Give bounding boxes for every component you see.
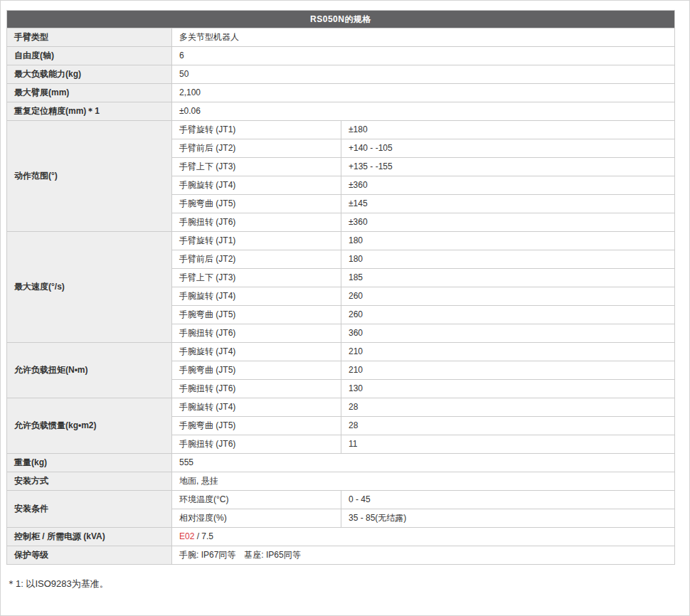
value-max-payload: 50 bbox=[172, 65, 675, 84]
joint-motion-range-jt6: 手腕扭转 (JT6) bbox=[172, 213, 341, 232]
label-max-reach: 最大臂展(mm) bbox=[7, 84, 172, 102]
label-mass: 重量(kg) bbox=[7, 454, 172, 472]
value-max-reach: 2,100 bbox=[172, 84, 675, 102]
row-mounting: 安装方式 地面, 悬挂 bbox=[7, 472, 675, 491]
sub-install-temperature: 环境温度(°C) bbox=[172, 491, 341, 509]
value-mounting: 地面, 悬挂 bbox=[172, 472, 675, 491]
value-max-speed-jt6: 360 bbox=[341, 324, 675, 343]
label-mounting: 安装方式 bbox=[7, 472, 172, 491]
value-motion-range-jt5: ±145 bbox=[341, 195, 675, 213]
row-repeatability: 重复定位精度(mm)＊1 ±0.06 bbox=[7, 102, 675, 121]
value-arm-type: 多关节型机器人 bbox=[172, 28, 675, 47]
value-motion-range-jt4: ±360 bbox=[341, 176, 675, 195]
label-load-inertia: 允许负载惯量(kg•m2) bbox=[7, 398, 172, 454]
value-motion-range-jt1: ±180 bbox=[341, 121, 675, 139]
joint-load-torque-jt5: 手腕弯曲 (JT5) bbox=[172, 361, 341, 380]
row-max-speed-jt1: 最大速度(°/s) 手臂旋转 (JT1) 180 bbox=[7, 232, 675, 250]
row-load-inertia-jt4: 允许负载惯量(kg•m2) 手腕旋转 (JT4) 28 bbox=[7, 398, 675, 417]
joint-max-speed-jt3: 手臂上下 (JT3) bbox=[172, 269, 341, 287]
label-controller-power: 控制柜 / 所需电源 (kVA) bbox=[7, 528, 172, 546]
row-mass: 重量(kg) 555 bbox=[7, 454, 675, 472]
value-dof: 6 bbox=[172, 47, 675, 65]
value-motion-range-jt6: ±360 bbox=[341, 213, 675, 232]
value-motion-range-jt2: +140 - -105 bbox=[341, 139, 675, 158]
row-dof: 自由度(轴) 6 bbox=[7, 47, 675, 65]
sub-install-humidity: 相对湿度(%) bbox=[172, 509, 341, 528]
value-max-speed-jt4: 260 bbox=[341, 287, 675, 306]
value-load-inertia-jt5: 28 bbox=[341, 417, 675, 435]
row-max-reach: 最大臂展(mm) 2,100 bbox=[7, 84, 675, 102]
value-load-torque-jt4: 210 bbox=[341, 343, 675, 361]
label-load-torque: 允许负载扭矩(N•m) bbox=[7, 343, 172, 398]
label-dof: 自由度(轴) bbox=[7, 47, 172, 65]
value-max-speed-jt2: 180 bbox=[341, 250, 675, 269]
table-title-row: RS050N的规格 bbox=[7, 11, 675, 28]
power-value: / 7.5 bbox=[194, 531, 213, 541]
row-controller-power: 控制柜 / 所需电源 (kVA) E02 / 7.5 bbox=[7, 528, 675, 546]
value-repeatability: ±0.06 bbox=[172, 102, 675, 121]
joint-motion-range-jt5: 手腕弯曲 (JT5) bbox=[172, 195, 341, 213]
label-arm-type: 手臂类型 bbox=[7, 28, 172, 47]
value-motion-range-jt3: +135 - -155 bbox=[341, 158, 675, 176]
row-protection: 保护等级 手腕: IP67同等 基座: IP65同等 bbox=[7, 546, 675, 565]
value-install-humidity: 35 - 85(无结露) bbox=[341, 509, 675, 528]
joint-max-speed-jt6: 手腕扭转 (JT6) bbox=[172, 324, 341, 343]
spec-table: RS050N的规格 手臂类型 多关节型机器人 自由度(轴) 6 最大负载能力(k… bbox=[6, 10, 675, 565]
value-max-speed-jt1: 180 bbox=[341, 232, 675, 250]
value-mass: 555 bbox=[172, 454, 675, 472]
joint-motion-range-jt2: 手臂前后 (JT2) bbox=[172, 139, 341, 158]
joint-motion-range-jt3: 手臂上下 (JT3) bbox=[172, 158, 341, 176]
page: RS050N的规格 手臂类型 多关节型机器人 自由度(轴) 6 最大负载能力(k… bbox=[0, 0, 690, 616]
row-load-torque-jt4: 允许负载扭矩(N•m) 手腕旋转 (JT4) 210 bbox=[7, 343, 675, 361]
joint-max-speed-jt1: 手臂旋转 (JT1) bbox=[172, 232, 341, 250]
joint-load-torque-jt4: 手腕旋转 (JT4) bbox=[172, 343, 341, 361]
label-install-conditions: 安装条件 bbox=[7, 491, 172, 528]
footnote: ＊1: 以ISO9283为基准。 bbox=[6, 578, 689, 590]
joint-load-inertia-jt5: 手腕弯曲 (JT5) bbox=[172, 417, 341, 435]
value-protection: 手腕: IP67同等 基座: IP65同等 bbox=[172, 546, 675, 565]
joint-load-inertia-jt4: 手腕旋转 (JT4) bbox=[172, 398, 341, 417]
value-controller-power: E02 / 7.5 bbox=[172, 528, 675, 546]
value-load-inertia-jt4: 28 bbox=[341, 398, 675, 417]
controller-e02-link[interactable]: E02 bbox=[179, 531, 194, 541]
label-repeatability: 重复定位精度(mm)＊1 bbox=[7, 102, 172, 121]
value-load-torque-jt5: 210 bbox=[341, 361, 675, 380]
row-arm-type: 手臂类型 多关节型机器人 bbox=[7, 28, 675, 47]
joint-load-torque-jt6: 手腕扭转 (JT6) bbox=[172, 380, 341, 398]
value-max-speed-jt5: 260 bbox=[341, 306, 675, 324]
value-load-torque-jt6: 130 bbox=[341, 380, 675, 398]
row-install-temperature: 安装条件 环境温度(°C) 0 - 45 bbox=[7, 491, 675, 509]
joint-max-speed-jt2: 手臂前后 (JT2) bbox=[172, 250, 341, 269]
row-motion-range-jt1: 动作范围(°) 手臂旋转 (JT1) ±180 bbox=[7, 121, 675, 139]
joint-motion-range-jt4: 手腕旋转 (JT4) bbox=[172, 176, 341, 195]
table-title: RS050N的规格 bbox=[7, 11, 675, 28]
label-motion-range: 动作范围(°) bbox=[7, 121, 172, 232]
joint-max-speed-jt4: 手腕旋转 (JT4) bbox=[172, 287, 341, 306]
label-max-payload: 最大负载能力(kg) bbox=[7, 65, 172, 84]
row-max-payload: 最大负载能力(kg) 50 bbox=[7, 65, 675, 84]
value-install-temperature: 0 - 45 bbox=[341, 491, 675, 509]
label-protection: 保护等级 bbox=[7, 546, 172, 565]
joint-motion-range-jt1: 手臂旋转 (JT1) bbox=[172, 121, 341, 139]
label-max-speed: 最大速度(°/s) bbox=[7, 232, 172, 343]
joint-max-speed-jt5: 手腕弯曲 (JT5) bbox=[172, 306, 341, 324]
joint-load-inertia-jt6: 手腕扭转 (JT6) bbox=[172, 435, 341, 454]
value-load-inertia-jt6: 11 bbox=[341, 435, 675, 454]
value-max-speed-jt3: 185 bbox=[341, 269, 675, 287]
